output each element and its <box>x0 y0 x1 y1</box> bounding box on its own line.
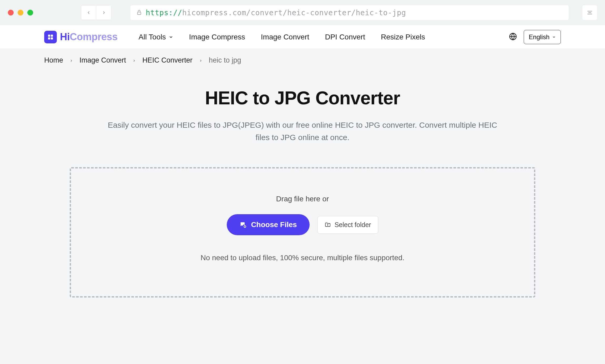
menu-icon <box>586 9 593 16</box>
dropzone[interactable]: Drag file here or Choose Files Select fo… <box>70 167 535 298</box>
browser-back-button[interactable] <box>81 5 96 20</box>
choose-files-button[interactable]: Choose Files <box>227 214 309 235</box>
logo-text-compress: Compress <box>70 31 118 42</box>
nav-all-tools-label: All Tools <box>139 33 166 41</box>
logo-text: HiCompress <box>60 31 118 43</box>
svg-rect-4 <box>48 34 50 37</box>
breadcrumb: Home Image Convert HEIC Converter heic t… <box>0 49 605 72</box>
browser-nav-buttons <box>81 5 112 20</box>
dropzone-label: Drag file here or <box>276 195 329 203</box>
breadcrumb-home[interactable]: Home <box>44 56 63 64</box>
url-protocol: https:// <box>146 8 182 17</box>
chevron-down-icon <box>169 35 173 39</box>
svg-rect-7 <box>51 37 53 39</box>
breadcrumb-sep <box>69 56 73 64</box>
dropzone-buttons: Choose Files Select folder <box>227 214 378 235</box>
nav-image-convert-label: Image Convert <box>261 33 309 41</box>
breadcrumb-current: heic to jpg <box>209 56 241 64</box>
window-close-button[interactable] <box>8 10 14 16</box>
language-label: English <box>529 33 549 41</box>
nav-resize-pixels-label: Resize Pixels <box>381 33 425 41</box>
svg-point-10 <box>241 223 243 224</box>
image-add-icon <box>239 221 247 228</box>
page-subtitle: Easily convert your HEIC files to JPG(JP… <box>105 119 500 143</box>
svg-rect-5 <box>51 34 53 37</box>
window-controls <box>8 10 33 16</box>
language-selector[interactable]: English <box>524 30 561 44</box>
nav-links: All Tools Image Compress Image Convert D… <box>139 33 509 41</box>
breadcrumb-sep <box>199 56 203 64</box>
window-minimize-button[interactable] <box>18 10 23 16</box>
nav-resize-pixels[interactable]: Resize Pixels <box>381 33 425 41</box>
select-folder-button[interactable]: Select folder <box>317 216 378 234</box>
browser-menu-button[interactable] <box>582 5 597 20</box>
nav-image-compress-label: Image Compress <box>189 33 245 41</box>
breadcrumb-heic-converter[interactable]: HEIC Converter <box>142 56 193 64</box>
logo-badge-icon <box>44 31 57 43</box>
page-title: HEIC to JPG Converter <box>44 88 561 109</box>
breadcrumb-sep <box>132 56 136 64</box>
folder-upload-icon <box>325 222 331 228</box>
site-header: HiCompress All Tools Image Compress Imag… <box>0 25 605 49</box>
nav-image-compress[interactable]: Image Compress <box>189 33 245 41</box>
browser-forward-button[interactable] <box>96 5 112 20</box>
nav-dpi-convert[interactable]: DPI Convert <box>325 33 365 41</box>
window-maximize-button[interactable] <box>27 10 33 16</box>
address-bar[interactable]: https://hicompress.com/convert/heic-conv… <box>130 5 569 20</box>
chevron-down-icon <box>552 35 556 39</box>
header-right: English <box>509 30 561 44</box>
chevron-left-icon <box>86 10 91 15</box>
nav-all-tools[interactable]: All Tools <box>139 33 173 41</box>
main-content: HEIC to JPG Converter Easily convert you… <box>0 72 605 298</box>
chevron-right-icon <box>102 10 106 15</box>
logo-text-hi: Hi <box>60 31 70 42</box>
breadcrumb-image-convert[interactable]: Image Convert <box>79 56 126 64</box>
dropzone-note: No need to upload files, 100% secure, mu… <box>200 254 404 262</box>
svg-rect-6 <box>48 37 50 39</box>
lock-icon <box>136 8 142 17</box>
svg-rect-0 <box>138 12 141 14</box>
choose-files-label: Choose Files <box>251 221 297 229</box>
browser-chrome: https://hicompress.com/convert/heic-conv… <box>0 0 605 25</box>
select-folder-label: Select folder <box>335 221 371 229</box>
nav-dpi-convert-label: DPI Convert <box>325 33 365 41</box>
nav-image-convert[interactable]: Image Convert <box>261 33 309 41</box>
url-path: hicompress.com/convert/heic-converter/he… <box>182 8 406 17</box>
logo[interactable]: HiCompress <box>44 31 118 43</box>
globe-icon[interactable] <box>509 33 517 42</box>
